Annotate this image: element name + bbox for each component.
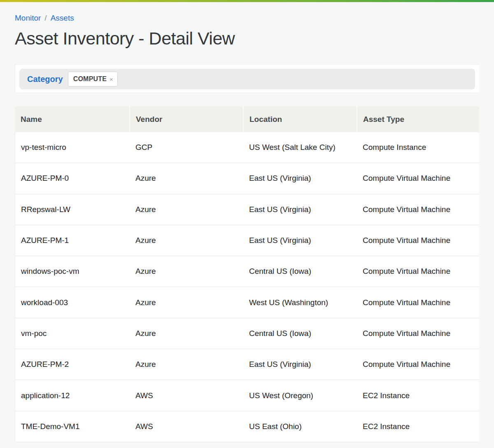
table-row[interactable]: AZURE-PM-2AzureEast US (Virginia)Compute…	[15, 349, 479, 380]
table-body: vp-test-microGCPUS West (Salt Lake City)…	[15, 132, 479, 442]
cell-asset-type: Compute Virtual Machine	[357, 267, 492, 276]
cell-vendor: Azure	[130, 360, 243, 369]
column-header-location[interactable]: Location	[243, 106, 357, 132]
cell-location: West US (Washington)	[243, 298, 357, 307]
cell-asset-type: EC2 Instance	[357, 422, 492, 431]
cell-location: Central US (Iowa)	[243, 267, 357, 276]
cell-asset-type: Compute Virtual Machine	[357, 298, 492, 307]
cell-name: TME-Demo-VM1	[15, 422, 130, 431]
column-header-vendor[interactable]: Vendor	[129, 106, 243, 132]
cell-location: East US (Virginia)	[243, 360, 357, 369]
breadcrumb-link-monitor[interactable]: Monitor	[15, 14, 41, 23]
breadcrumb: Monitor / Assets	[15, 14, 494, 23]
cell-vendor: AWS	[130, 422, 243, 431]
table-row[interactable]: vp-test-microGCPUS West (Salt Lake City)…	[15, 132, 479, 163]
cell-location: US West (Oregon)	[243, 391, 357, 400]
cell-name: AZURE-PM-1	[15, 236, 130, 245]
cell-name: vp-test-micro	[15, 143, 130, 152]
cell-asset-type: Compute Virtual Machine	[357, 329, 492, 338]
cell-location: East US (Virginia)	[243, 236, 357, 245]
cell-asset-type: Compute Virtual Machine	[357, 174, 492, 183]
cell-vendor: Azure	[130, 329, 243, 338]
remove-filter-icon[interactable]: ×	[110, 76, 113, 82]
cell-vendor: Azure	[130, 205, 243, 214]
cell-name: AZURE-PM-0	[15, 174, 130, 183]
cell-vendor: Azure	[130, 298, 243, 307]
filter-bar: Category COMPUTE ×	[19, 69, 475, 89]
table-row[interactable]: workload-003AzureWest US (Washington)Com…	[15, 287, 479, 318]
table-row[interactable]: RRepswal-LWAzureEast US (Virginia)Comput…	[15, 194, 479, 225]
cell-asset-type: Compute Instance	[357, 143, 492, 152]
cell-name: RRepswal-LW	[15, 205, 130, 214]
cell-asset-type: Compute Virtual Machine	[357, 205, 492, 214]
cell-location: Central US (Iowa)	[243, 329, 357, 338]
cell-asset-type: Compute Virtual Machine	[357, 360, 492, 369]
cell-vendor: GCP	[130, 143, 243, 152]
table-header-row: NameVendorLocationAsset Type	[15, 106, 479, 132]
breadcrumb-link-assets[interactable]: Assets	[51, 14, 74, 23]
cell-name: vm-poc	[15, 329, 130, 338]
cell-location: East US (Virginia)	[243, 174, 357, 183]
table-row[interactable]: application-12AWSUS West (Oregon)EC2 Ins…	[15, 380, 479, 411]
filter-chip-value: COMPUTE	[73, 75, 107, 83]
table-row[interactable]: vm-pocAzureCentral US (Iowa)Compute Virt…	[15, 318, 479, 349]
cell-name: AZURE-PM-2	[15, 360, 130, 369]
table-row[interactable]: windows-poc-vmAzureCentral US (Iowa)Comp…	[15, 256, 479, 287]
cell-vendor: AWS	[130, 391, 243, 400]
cell-name: application-12	[15, 391, 130, 400]
cell-asset-type: EC2 Instance	[357, 391, 492, 400]
brand-gradient-bar	[0, 0, 494, 2]
table-row[interactable]: AZURE-PM-0AzureEast US (Virginia)Compute…	[15, 163, 479, 194]
filter-card: Category COMPUTE ×	[15, 64, 479, 93]
cell-location: US East (Ohio)	[243, 422, 357, 431]
table-row[interactable]: TME-Demo-VM1AWSUS East (Ohio)EC2 Instanc…	[15, 411, 479, 442]
cell-name: windows-poc-vm	[15, 267, 130, 276]
cell-location: East US (Virginia)	[243, 205, 357, 214]
main-content: Monitor / Assets Asset Inventory - Detai…	[0, 14, 494, 442]
page-title: Asset Inventory - Detail View	[15, 28, 494, 49]
assets-table: NameVendorLocationAsset Type vp-test-mic…	[15, 106, 479, 442]
cell-vendor: Azure	[130, 174, 243, 183]
cell-name: workload-003	[15, 298, 130, 307]
cell-vendor: Azure	[130, 267, 243, 276]
table-row[interactable]: AZURE-PM-1AzureEast US (Virginia)Compute…	[15, 225, 479, 256]
filter-chip-compute[interactable]: COMPUTE ×	[68, 72, 118, 86]
filter-category-label[interactable]: Category	[27, 75, 63, 84]
cell-vendor: Azure	[130, 236, 243, 245]
column-header-asset-type[interactable]: Asset Type	[357, 106, 479, 132]
cell-asset-type: Compute Virtual Machine	[357, 236, 492, 245]
column-header-name[interactable]: Name	[15, 106, 129, 132]
breadcrumb-separator: /	[44, 14, 47, 23]
cell-location: US West (Salt Lake City)	[243, 143, 357, 152]
